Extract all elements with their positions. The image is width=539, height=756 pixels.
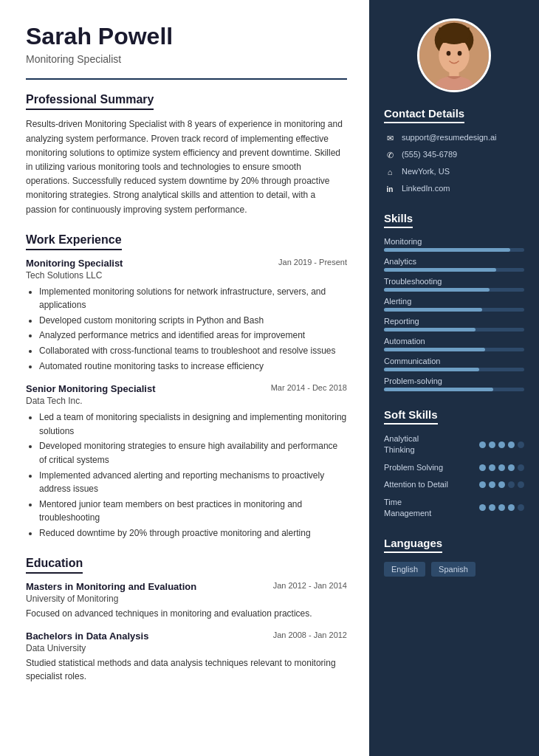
work-experience-title: Work Experience (26, 233, 122, 250)
job-1-header: Monitoring Specialist Jan 2019 - Present (26, 258, 347, 269)
soft-skills-section: Soft Skills Analytical Thinking Problem … (369, 408, 539, 537)
contact-section: Contact Details ✉ support@resumedesign.a… (369, 107, 539, 212)
dot (479, 481, 486, 488)
language-spanish: Spanish (431, 562, 476, 577)
dot (498, 464, 505, 471)
soft-skills-title: Soft Skills (384, 408, 438, 425)
phone-icon: ✆ (384, 149, 396, 161)
contact-phone: ✆ (555) 345-6789 (384, 149, 524, 161)
soft-skill-problem-solving: Problem Solving (384, 462, 524, 473)
list-item: Developed custom monitoring scripts in P… (39, 314, 347, 328)
skill-automation-label: Automation (384, 337, 524, 346)
soft-skill-analytical-label: Analytical Thinking (384, 433, 450, 456)
soft-skill-attention: Attention to Detail (384, 479, 524, 490)
soft-skill-problem-solving-dots (479, 464, 524, 471)
summary-text: Results-driven Monitoring Specialist wit… (26, 117, 347, 216)
job-2-dates: Mar 2014 - Dec 2018 (271, 383, 347, 392)
skill-communication: Communication (384, 357, 524, 371)
dot (489, 504, 495, 511)
skill-monitoring: Monitoring (384, 237, 524, 252)
header-divider (26, 78, 347, 80)
skill-analytics-bar (384, 268, 524, 272)
dot (518, 441, 524, 448)
edu-1-school: University of Monitoring (26, 594, 347, 604)
soft-skill-problem-solving-label: Problem Solving (384, 462, 450, 473)
edu-2: Bachelors in Data Analysis Jan 2008 - Ja… (26, 630, 347, 683)
location-icon: ⌂ (384, 166, 396, 178)
dot (508, 504, 515, 511)
skill-automation-bar (384, 348, 524, 351)
soft-skill-time-dots (479, 504, 524, 511)
email-icon: ✉ (384, 132, 396, 144)
list-item: Developed monitoring strategies to ensur… (39, 439, 347, 467)
dot (498, 481, 505, 488)
job-2-company: Data Tech Inc. (26, 396, 347, 406)
education-title: Education (26, 557, 83, 574)
list-item: Analyzed performance metrics and identif… (39, 329, 347, 343)
dot (479, 504, 486, 511)
skill-communication-label: Communication (384, 357, 524, 365)
dot (508, 464, 515, 471)
dot (498, 504, 505, 511)
soft-skill-time-label: Time Management (384, 497, 450, 520)
skill-troubleshooting: Troubleshooting (384, 277, 524, 292)
contact-linkedin: in LinkedIn.com (384, 183, 524, 195)
candidate-name: Sarah Powell (26, 22, 347, 50)
skill-monitoring-label: Monitoring (384, 237, 524, 246)
language-tags: English Spanish (384, 562, 524, 577)
skill-problem-solving: Problem-solving (384, 377, 524, 391)
contact-linkedin-text: LinkedIn.com (402, 183, 450, 194)
language-english: English (384, 562, 425, 577)
edu-1-header: Masters in Monitoring and Evaluation Jan… (26, 581, 347, 592)
dot (518, 481, 524, 488)
skill-reporting-bar (384, 328, 524, 331)
avatar-image (419, 21, 489, 90)
avatar (417, 18, 491, 92)
edu-2-header: Bachelors in Data Analysis Jan 2008 - Ja… (26, 630, 347, 642)
languages-title: Languages (384, 537, 442, 553)
dot (489, 441, 495, 448)
list-item: Implemented advanced alerting and report… (39, 469, 347, 496)
contact-title: Contact Details (384, 107, 464, 123)
edu-1: Masters in Monitoring and Evaluation Jan… (26, 581, 347, 620)
left-column: Sarah Powell Monitoring Specialist Profe… (0, 0, 369, 756)
skill-reporting-label: Reporting (384, 317, 524, 326)
linkedin-icon: in (384, 183, 396, 195)
skills-title: Skills (384, 212, 413, 228)
skill-troubleshooting-label: Troubleshooting (384, 277, 524, 286)
skill-problem-solving-bar (384, 388, 524, 391)
svg-point-4 (439, 25, 469, 44)
contact-phone-text: (555) 345-6789 (402, 149, 457, 160)
skill-automation: Automation (384, 337, 524, 351)
job-1-dates: Jan 2019 - Present (278, 258, 347, 267)
edu-1-dates: Jan 2012 - Jan 2014 (273, 581, 347, 590)
summary-title: Professional Summary (26, 93, 154, 110)
skill-alerting: Alerting (384, 297, 524, 312)
edu-2-desc: Studied statistical methods and data ana… (26, 656, 347, 683)
job-1: Monitoring Specialist Jan 2019 - Present… (26, 258, 347, 374)
skill-analytics: Analytics (384, 257, 524, 272)
summary-section: Professional Summary Results-driven Moni… (26, 93, 347, 216)
job-1-bullets: Implemented monitoring solutions for net… (26, 285, 347, 374)
skill-monitoring-bar (384, 248, 524, 252)
list-item: Collaborated with cross-functional teams… (39, 344, 347, 358)
dot (518, 504, 524, 511)
list-item: Automated routine monitoring tasks to in… (39, 360, 347, 374)
edu-2-degree: Bachelors in Data Analysis (26, 630, 148, 642)
dot (479, 441, 486, 448)
skill-troubleshooting-bar (384, 288, 524, 292)
soft-skill-attention-label: Attention to Detail (384, 479, 450, 490)
candidate-title: Monitoring Specialist (26, 53, 347, 65)
list-item: Reduced downtime by 20% through proactiv… (39, 526, 347, 540)
soft-skill-analytical-dots (479, 441, 524, 448)
svg-point-5 (447, 51, 451, 56)
job-2: Senior Monitoring Specialist Mar 2014 - … (26, 383, 347, 540)
soft-skill-analytical: Analytical Thinking (384, 433, 524, 456)
dot (479, 464, 486, 471)
name-section: Sarah Powell Monitoring Specialist (26, 22, 347, 65)
contact-email-text: support@resumedesign.ai (402, 132, 497, 143)
languages-section: Languages English Spanish (369, 537, 539, 588)
soft-skill-attention-dots (479, 481, 524, 488)
skill-alerting-bar (384, 308, 524, 312)
edu-1-degree: Masters in Monitoring and Evaluation (26, 581, 196, 592)
